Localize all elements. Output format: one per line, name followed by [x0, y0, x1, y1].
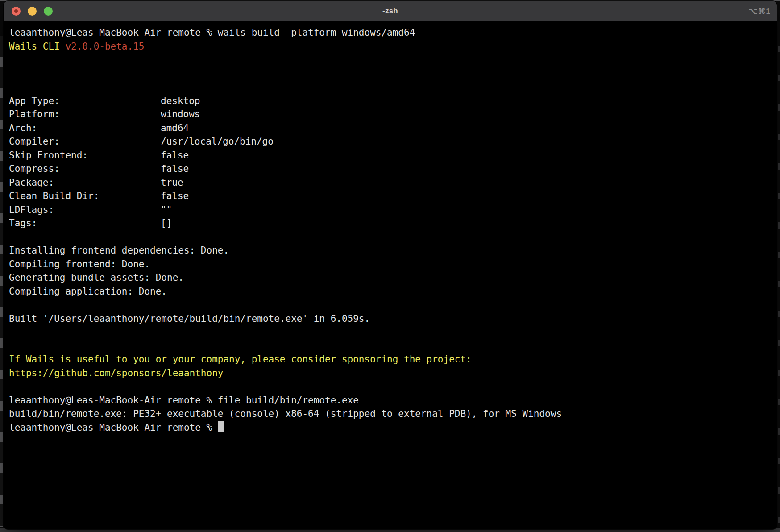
terminal-line-command: leaanthony@Leas-MacBook-Air remote % wai…	[9, 26, 772, 40]
config-row: Tags:[]	[9, 216, 772, 230]
terminal-line-blank	[9, 53, 772, 67]
config-value: []	[161, 218, 172, 229]
build-step: Installing frontend dependencies: Done.	[9, 244, 772, 258]
build-step: Generating bundle assets: Done.	[9, 271, 772, 285]
config-value: amd64	[161, 123, 189, 133]
terminal-prompt: leaanthony@Leas-MacBook-Air remote %	[9, 422, 218, 433]
config-value: /usr/local/go/bin/go	[161, 136, 274, 147]
config-value: windows	[161, 109, 200, 120]
config-value: true	[161, 177, 183, 188]
wails-cli-label: Wails CLI	[9, 41, 65, 52]
window-shortcut-badge: ⌥⌘1	[749, 1, 771, 21]
config-value: ""	[161, 204, 172, 215]
terminal-line-command: leaanthony@Leas-MacBook-Air remote % fil…	[9, 394, 772, 407]
minimize-button[interactable]	[28, 7, 37, 16]
config-label: Tags:	[9, 216, 161, 230]
config-label: Package:	[9, 176, 161, 190]
wails-version-label: v2.0.0-beta.15	[65, 41, 144, 52]
terminal-window: -zsh ⌥⌘1 leaanthony@Leas-MacBook-Air rem…	[4, 1, 777, 529]
config-label: Platform:	[9, 108, 161, 121]
terminal-line-blank	[9, 298, 772, 312]
config-label: Skip Frontend:	[9, 149, 161, 162]
window-title: -zsh	[4, 7, 777, 16]
config-row: Clean Build Dir:false	[9, 189, 772, 203]
terminal-output[interactable]: leaanthony@Leas-MacBook-Air remote % wai…	[4, 22, 777, 434]
config-value: false	[161, 163, 189, 174]
terminal-line-banner: Wails CLI v2.0.0-beta.15	[9, 40, 772, 54]
file-command-output: build/bin/remote.exe: PE32+ executable (…	[9, 407, 772, 421]
config-label: App Type:	[9, 94, 161, 108]
background-window-edge-left	[0, 36, 3, 527]
config-row: Package:true	[9, 176, 772, 190]
config-row: Skip Frontend:false	[9, 149, 772, 162]
config-row: Arch:amd64	[9, 121, 772, 135]
terminal-line-blank	[9, 325, 772, 339]
sponsor-message: If Wails is useful to you or your compan…	[9, 353, 772, 366]
terminal-line-blank	[9, 230, 772, 244]
config-row: Compress:false	[9, 162, 772, 176]
terminal-prompt-line: leaanthony@Leas-MacBook-Air remote %	[9, 421, 772, 435]
background-window-edge-right	[778, 22, 780, 527]
config-label: LDFlags:	[9, 203, 161, 217]
window-titlebar[interactable]: -zsh ⌥⌘1	[4, 1, 777, 22]
build-step: Compiling frontend: Done.	[9, 258, 772, 271]
build-step: Compiling application: Done.	[9, 285, 772, 299]
config-row: LDFlags:""	[9, 203, 772, 217]
config-value: desktop	[161, 96, 200, 106]
terminal-line-blank	[9, 67, 772, 81]
build-result: Built '/Users/leaanthony/remote/build/bi…	[9, 312, 772, 326]
config-label: Clean Build Dir:	[9, 189, 161, 203]
sponsor-link: https://github.com/sponsors/leaanthony	[9, 366, 772, 380]
config-label: Compress:	[9, 162, 161, 176]
config-value: false	[161, 191, 189, 201]
config-label: Arch:	[9, 121, 161, 135]
terminal-line-blank	[9, 339, 772, 353]
close-button[interactable]	[12, 7, 21, 16]
terminal-cursor	[218, 421, 224, 432]
config-value: false	[161, 150, 189, 161]
config-label: Compiler:	[9, 135, 161, 149]
config-row: Platform:windows	[9, 108, 772, 121]
terminal-line-blank	[9, 380, 772, 394]
terminal-line-blank	[9, 80, 772, 94]
traffic-lights	[12, 1, 53, 21]
config-row: Compiler:/usr/local/go/bin/go	[9, 135, 772, 149]
config-row: App Type:desktop	[9, 94, 772, 108]
zoom-button[interactable]	[44, 7, 53, 16]
